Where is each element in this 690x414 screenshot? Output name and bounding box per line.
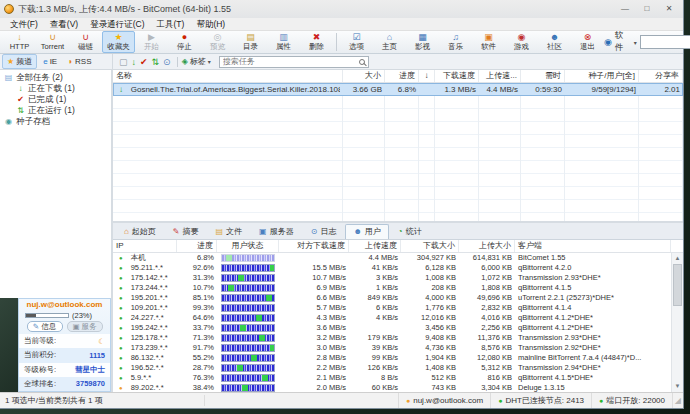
peer-row[interactable]: 173.239.*.* 91.7% 3.0 MB/s 39 KB/s (113, 343, 671, 353)
toolbar-button[interactable]: ☑ 选项 (340, 31, 373, 53)
peer-row[interactable]: 109.201.*.* 99.3% 5.7 MB/s 6 KB/s (113, 303, 671, 313)
toolbar-button[interactable]: ∪ Torrent (36, 31, 69, 53)
scroll-up-icon[interactable]: ▲ (672, 253, 683, 264)
column-header-eta[interactable]: 需时 (521, 70, 565, 82)
toolbar-button[interactable]: ↓ HTTP (3, 31, 36, 53)
toolbar-button[interactable]: ★ 收藏夹 (102, 31, 135, 53)
peers-header[interactable]: IP 进度 用户状态 对方下载速度 上传速度 下载大小 上传大小 客户端 (113, 240, 683, 253)
column-header-peers[interactable]: 种子/用户[全] (565, 70, 639, 82)
detail-tab[interactable]: ⌂ 起始页 (116, 224, 164, 239)
chevron-down-icon[interactable]: ▾ (634, 39, 637, 46)
toolbar-button[interactable]: ♫ 音乐 (439, 31, 472, 53)
toolbar-button[interactable]: ◎ 预览 (201, 31, 234, 53)
filter-icon[interactable]: ⊙ (163, 57, 171, 67)
toolbar-button[interactable]: ▣ 软件 (472, 31, 505, 53)
peer-row[interactable]: 95.211.*.* 92.6% 15.5 MB/s 41 KB/s (113, 263, 671, 273)
peer-row[interactable]: 24.227.*.* 64.6% 4.3 MB/s 4 KB/s (113, 313, 671, 323)
status-bar: 1 项选中/当前类别共有 1 项 nuj.w@outlook.com DHT已连… (0, 392, 683, 408)
toolbar-button[interactable]: ▦ 影视 (406, 31, 439, 53)
resize-grip[interactable]: ◢ (673, 396, 683, 405)
column-header-peer-status[interactable]: 用户状态 (217, 240, 279, 252)
minimize-button[interactable]: — (615, 2, 635, 16)
peer-row[interactable]: 本机 6.8% 4.4 MB/s 304,927 (113, 253, 671, 263)
scrollbar-thumb[interactable] (673, 264, 682, 306)
task-list-header[interactable]: 名称 大小 进度 ↓ 下载速度 上传速... 需时 种子/用户[全] 分享率 (113, 70, 683, 83)
column-header-progress[interactable]: 进度 (385, 70, 419, 82)
detail-tab-icon: ⊙ (311, 227, 318, 236)
peer-row[interactable]: 175.142.*.* 31.3% 10.7 MB/s 3 KB/s (113, 273, 671, 283)
detail-tab[interactable]: ✎ 摘要 (165, 224, 207, 239)
menu-item[interactable]: 工具(T) (151, 18, 191, 31)
toolbar-button[interactable]: ☻ 社区 (538, 31, 571, 53)
peer-row[interactable]: 195.242.*.* 33.7% 3.6 MB/s (113, 323, 671, 333)
title-bar[interactable]: 下载:1.3 MB/s, 上传:4.4 MB/s - BitComet (64-… (0, 0, 683, 18)
toolbar-button[interactable]: ▤ 目录 (234, 31, 267, 53)
close-button[interactable]: ✕ (659, 2, 679, 16)
toolbar-button[interactable]: ✖ 删除 (300, 31, 333, 53)
column-header-remote-dlspeed[interactable]: 对方下载速度 (279, 240, 349, 252)
account-tab-service[interactable]: ▣ 服务 (67, 321, 103, 332)
sidebar-tab[interactable]: ◗ RSS (63, 55, 96, 68)
detail-tab-label: 用户 (365, 226, 381, 237)
menu-item[interactable]: 查看(V) (44, 18, 84, 31)
menu-item[interactable]: 帮助(H) (190, 18, 231, 31)
peer-row[interactable]: 125.178.*.* 71.3% 3.2 MB/s 179 KB/s (113, 333, 671, 343)
detail-tab[interactable]: ▣ 服务器 (251, 224, 302, 239)
filter-icon[interactable]: ✔ (140, 57, 148, 67)
maximize-button[interactable]: □ (637, 2, 657, 16)
toolbar-button-label: 影视 (415, 42, 430, 51)
detail-tab[interactable]: ⊙ 日志 (303, 224, 345, 239)
menu-item[interactable]: 登录通行证(C) (84, 18, 150, 31)
column-header-ratio[interactable]: 分享率 (639, 70, 683, 82)
toolbar-button[interactable]: ◉ 游戏 (505, 31, 538, 53)
detail-tab[interactable]: ▤ 文件 (208, 224, 251, 239)
sidebar-tree-item[interactable]: ▤ 全部任务 (2) (0, 72, 111, 83)
sidebar-tree-item[interactable]: ↓ 正在下载 (1) (0, 83, 111, 94)
task-row[interactable]: ↓ Gosnell.The.Trial.of.Americas.Biggest.… (113, 83, 683, 96)
peer-row[interactable]: 5.9.*.* 76.3% 2.1 MB/s 8 B/s (113, 373, 671, 383)
toolbar-button[interactable] (336, 33, 337, 51)
task-search-box[interactable] (219, 56, 369, 68)
peers-scrollbar[interactable]: ▲ ▼ (671, 253, 683, 392)
filter-icon[interactable]: ▢ (119, 57, 128, 67)
column-header-client[interactable]: 客户端 (515, 240, 671, 252)
toolbar-button[interactable]: ▶ 开始 (135, 31, 168, 53)
toolbar-button[interactable]: ∪ 磁链 (69, 31, 102, 53)
toolbar-button[interactable]: ⌂ 主页 (373, 31, 406, 53)
column-header-dlspeed[interactable]: 下载速度 (435, 70, 479, 82)
column-header-peer-ulspeed[interactable]: 上传速度 (349, 240, 401, 252)
account-tab-info[interactable]: ✎ 信息 (27, 321, 63, 332)
column-header-dl-size[interactable]: 下载大小 (401, 240, 459, 252)
column-header-ip[interactable]: IP (113, 240, 177, 252)
sidebar-tree-item[interactable]: ◉ 种子存档 (0, 116, 111, 127)
column-header-name[interactable]: 名称 (113, 70, 343, 82)
tag-button[interactable]: ◈ 标签 ▾ (178, 56, 215, 67)
site-selector-label[interactable]: 软件 (615, 30, 631, 54)
sidebar-tab[interactable]: e IE (38, 55, 62, 68)
filter-icon[interactable]: ↓ (132, 57, 137, 67)
peer-row[interactable]: 196.52.*.* 28.7% 2.2 MB/s 126 KB/s (113, 363, 671, 373)
sidebar-tab[interactable]: ★ 频道 (2, 54, 37, 69)
url-combobox[interactable]: ˅ (640, 35, 690, 49)
peer-ip: 95.211.*.* (128, 263, 166, 273)
column-header-ulspeed[interactable]: 上传速... (479, 70, 521, 82)
scroll-down-icon[interactable]: ▼ (672, 381, 683, 392)
column-header-size[interactable]: 大小 (343, 70, 385, 82)
toolbar-button[interactable]: ▥ 属性 (267, 31, 300, 53)
column-header-ul-size[interactable]: 上传大小 (459, 240, 515, 252)
column-header-peer-progress[interactable]: 进度 (177, 240, 217, 252)
toolbar-button[interactable]: ● 停止 (168, 31, 201, 53)
detail-tab[interactable]: ◔ 统计 (390, 224, 430, 239)
sidebar-tree-item[interactable]: ✔ 已完成 (1) (0, 94, 111, 105)
task-search-input[interactable] (223, 57, 359, 66)
peer-row[interactable]: 173.244.*.* 10.7% 6.9 MB/s 1 KB/s (113, 283, 671, 293)
peer-row[interactable]: 195.201.*.* 85.1% 6.6 MB/s 849 KB/s (113, 293, 671, 303)
filter-icon[interactable]: ⇅ (152, 57, 160, 67)
toolbar-button[interactable]: ⊗ 退出 (571, 31, 604, 53)
detail-tab[interactable]: ☻ 用户 (345, 224, 388, 239)
status-dot-icon (406, 396, 410, 405)
peer-row[interactable]: 86.132.*.* 55.2% 2.8 MB/s 99 KB/s (113, 353, 671, 363)
column-header-download-icon[interactable]: ↓ (419, 70, 435, 82)
menu-item[interactable]: 文件(F) (4, 18, 44, 31)
sidebar-tree-item[interactable]: ⇅ 正在运行 (1) (0, 105, 111, 116)
